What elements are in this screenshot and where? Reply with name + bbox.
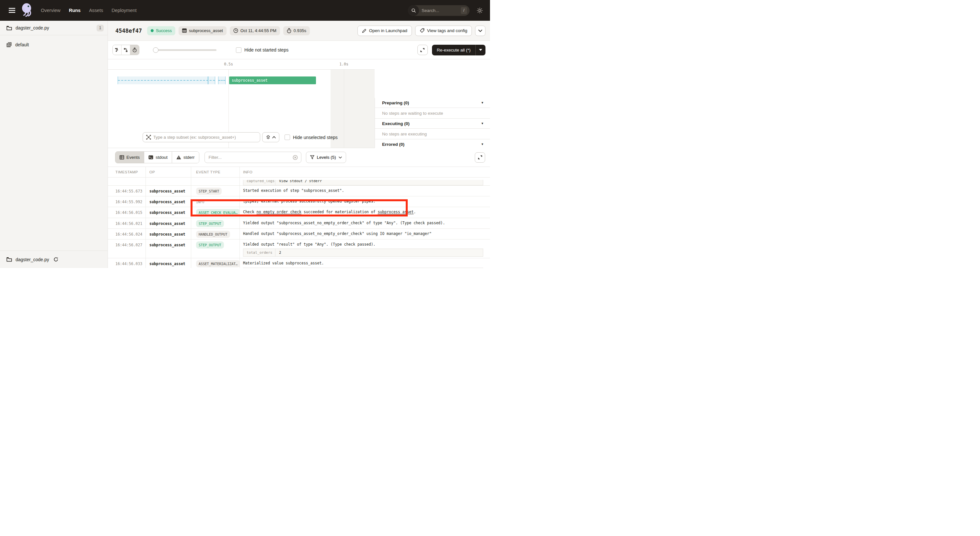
log-cell: ASSET_MATERIALIZAT… [191, 258, 240, 268]
code-location-label: dagster_code.py [16, 25, 93, 30]
sidebar-item-code-location[interactable]: dagster_code.py 1 [0, 21, 108, 35]
dagster-logo[interactable] [19, 2, 34, 19]
log-cell: HANDLED_OUTPUT [191, 229, 240, 239]
more-run-actions-button[interactable] [475, 25, 485, 36]
panel-section-executing[interactable]: Executing (0) ▼ [375, 119, 490, 129]
log-info: Yielded output "subprocess_asset_no_empt… [243, 220, 484, 226]
folder-icon [6, 25, 12, 30]
graph-options-button[interactable] [262, 132, 279, 142]
event-type-badge: ASSET_CHECK_EVALUA… [196, 209, 240, 216]
status-dot-icon [151, 29, 154, 32]
log-cell [191, 178, 240, 185]
hide-not-started-checkbox[interactable] [236, 47, 242, 53]
logs-toolbar: Events stdout stderr [108, 148, 490, 167]
duration-label: 0.935s [294, 28, 306, 33]
search-box[interactable]: / [408, 5, 469, 16]
metadata-value: 2 [275, 249, 483, 256]
log-op: subprocess_asset [146, 229, 191, 239]
hide-unselected-checkbox[interactable] [285, 135, 290, 140]
step-subset-inputbox[interactable] [143, 132, 260, 142]
nav-link-assets[interactable]: Assets [89, 8, 103, 13]
step-subset-input[interactable] [153, 135, 257, 140]
clear-filter-icon[interactable] [293, 155, 298, 160]
table-icon [119, 155, 124, 159]
gantt-step-bar[interactable]: subprocess_asset [229, 76, 316, 84]
captured-logs-link[interactable]: View stdout / stderr [275, 180, 483, 185]
log-row: 16:44:56.015subprocess_assetASSET_CHECK_… [108, 207, 490, 218]
nav-link-overview[interactable]: Overview [41, 8, 60, 13]
waiting-track-short [218, 76, 226, 84]
stopwatch-icon [287, 28, 291, 33]
col-op: OP [146, 167, 191, 177]
view-mode-flat-button[interactable] [113, 45, 121, 55]
chevron-up-icon [272, 136, 276, 138]
run-actions: Open in Launchpad View tags and config [358, 25, 485, 36]
tab-stdout[interactable]: stdout [144, 152, 172, 163]
gridline [344, 70, 344, 148]
event-type-badge: STEP_START [196, 188, 222, 195]
log-link[interactable]: subprocess_asset [377, 210, 414, 214]
hide-unselected-checkbox-row[interactable]: Hide unselected steps [285, 135, 338, 140]
reload-button[interactable] [54, 257, 58, 262]
reexecute-options-button[interactable] [476, 45, 485, 56]
expand-icon [420, 48, 425, 52]
log-row: 16:44:56.033subprocess_assetASSET_MATERI… [108, 258, 490, 268]
col-timestamp: TIMESTAMP [108, 167, 146, 177]
nav-link-runs[interactable]: Runs [69, 8, 80, 13]
nav-link-deployment[interactable]: Deployment [111, 8, 137, 13]
panel-section-preparing[interactable]: Preparing (0) ▼ [375, 98, 490, 108]
slider-track[interactable] [153, 49, 216, 51]
tab-events[interactable]: Events [115, 152, 144, 163]
refresh-icon [54, 257, 58, 262]
section-message: No steps are waiting to execute [382, 111, 443, 116]
settings-button[interactable] [477, 8, 483, 14]
log-table-header: TIMESTAMP OP EVENT TYPE INFO [108, 167, 490, 178]
zoom-slider[interactable] [153, 45, 216, 55]
section-title: Executing (0) [382, 121, 410, 126]
log-rows: captured_logsView stdout / stderr16:44:5… [108, 178, 490, 268]
log-text: . [414, 210, 416, 214]
chevron-down-icon [339, 156, 342, 159]
log-cell: Materialized value subprocess_asset. [240, 258, 490, 268]
waiting-dash [118, 80, 215, 81]
footer-file-label: dagster_code.py [16, 257, 49, 262]
levels-filter-button[interactable]: Levels (5) [306, 152, 346, 163]
reexecute-button-group: Re-execute all (*) [432, 45, 485, 56]
log-filter-input[interactable] [209, 155, 293, 160]
fullscreen-gantt-button[interactable] [417, 45, 428, 55]
clock-icon [233, 28, 238, 33]
view-mode-segmented-control [113, 45, 139, 55]
log-link[interactable]: no_empty_order_check [257, 210, 301, 214]
slider-knob[interactable] [153, 47, 159, 53]
asset-tag-label: subprocess_asset [189, 28, 223, 33]
log-op: subprocess_asset [146, 196, 191, 207]
sidebar-item-job-default[interactable]: default [0, 38, 108, 51]
reexecute-all-button[interactable]: Re-execute all (*) [432, 45, 476, 56]
fullscreen-logs-button[interactable] [475, 152, 485, 163]
warning-icon [176, 155, 181, 159]
octopus-logo-icon [20, 2, 33, 19]
op-selector-icon [146, 135, 151, 140]
view-mode-timed-button[interactable] [130, 45, 139, 55]
log-filter-box[interactable] [205, 152, 301, 163]
waiting-tick [208, 76, 208, 84]
hide-not-started-checkbox-row[interactable]: Hide not started steps [236, 47, 288, 53]
tab-stderr[interactable]: stderr [172, 152, 199, 163]
log-timestamp: 16:44:55.673 [108, 186, 146, 196]
log-op: subprocess_asset [146, 258, 191, 268]
open-in-launchpad-button[interactable]: Open in Launchpad [358, 25, 412, 36]
asset-tag[interactable]: subprocess_asset [178, 26, 226, 35]
status-badge: Success [147, 26, 175, 35]
folder-icon [6, 257, 12, 262]
view-mode-waterfall-button[interactable] [121, 45, 130, 55]
search-input[interactable] [419, 8, 461, 13]
hamburger-menu-button[interactable] [6, 5, 18, 16]
job-icon [6, 42, 12, 47]
view-tags-config-button[interactable]: View tags and config [415, 25, 472, 36]
layers-icon [266, 135, 270, 139]
dagster-run-page: Overview Runs Assets Deployment / [0, 0, 490, 268]
hide-not-started-label: Hide not started steps [244, 47, 288, 52]
gantt-chart: 0.5s 1.0s subprocess_asset [108, 59, 490, 148]
log-row: 16:44:56.024subprocess_assetHANDLED_OUTP… [108, 229, 490, 240]
job-label: default [15, 42, 29, 47]
